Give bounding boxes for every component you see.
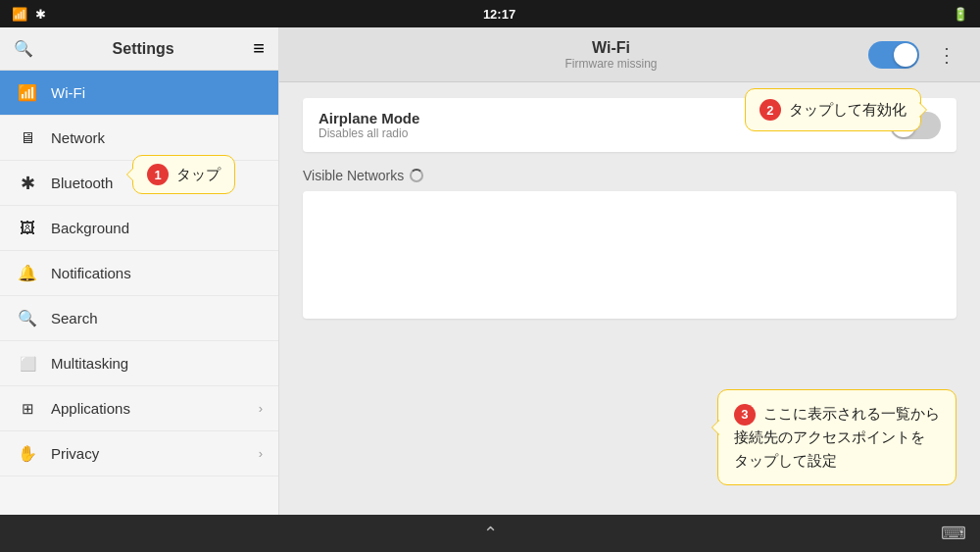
bottom-bar: ⌃ ⌨	[0, 515, 980, 552]
header-controls: ⋮	[868, 39, 964, 71]
loading-spinner	[410, 169, 423, 182]
wifi-toggle-knob	[894, 43, 917, 67]
sidebar-item-background[interactable]: 🖼 Background	[0, 206, 278, 251]
airplane-mode-text: Airplane Mode Disables all radio	[318, 110, 419, 140]
home-button[interactable]: ⌃	[483, 523, 498, 544]
content-body: Airplane Mode Disables all radio Visible…	[279, 82, 980, 515]
sidebar-item-multitasking[interactable]: ⬜ Multitasking	[0, 341, 278, 386]
status-right-icons: 🔋	[953, 7, 968, 22]
sidebar-item-search[interactable]: 🔍 Search	[0, 296, 278, 341]
callout-number-2: 2	[760, 99, 781, 121]
applications-icon: ⊞	[16, 400, 39, 418]
sidebar-multitasking-label: Multitasking	[51, 355, 128, 372]
network-callout: 3 ここに表示される一覧から接続先のアクセスポイントをタップして設定	[717, 389, 956, 485]
notifications-icon: 🔔	[16, 264, 39, 282]
content-header: Wi-Fi Firmware missing ⋮	[279, 27, 980, 82]
sidebar-item-network[interactable]: 🖥 Network	[0, 116, 278, 161]
applications-chevron-icon: ›	[259, 401, 263, 416]
sidebar-applications-label: Applications	[51, 400, 130, 417]
sidebar-header: 🔍 Settings ≡	[0, 27, 278, 71]
airplane-mode-subtitle: Disables all radio	[318, 126, 419, 140]
keyboard-button[interactable]: ⌨	[941, 523, 966, 544]
sidebar-bluetooth-label: Bluetooth	[51, 175, 113, 191]
networks-box	[303, 191, 956, 319]
sidebar-notifications-label: Notifications	[51, 265, 131, 281]
background-icon: 🖼	[16, 220, 39, 237]
tap-callout-text: タップ	[176, 166, 220, 182]
privacy-chevron-icon: ›	[259, 446, 263, 461]
battery-icon: 🔋	[953, 7, 968, 22]
enable-callout: 2 タップして有効化	[745, 88, 921, 131]
network-callout-text: ここに表示される一覧から接続先のアクセスポイントをタップして設定	[734, 405, 940, 469]
privacy-icon: ✋	[16, 444, 39, 463]
menu-icon[interactable]: ≡	[253, 37, 265, 60]
wifi-toggle[interactable]	[868, 41, 919, 69]
sidebar: 🔍 Settings ≡ 📶 Wi-Fi 🖥 Network ✱ Bluetoo…	[0, 27, 279, 515]
network-icon: 🖥	[16, 129, 39, 147]
sidebar-title: Settings	[113, 40, 174, 58]
bluetooth-icon: ✱	[35, 7, 46, 22]
status-bar: 📶 ✱ 12:17 🔋	[0, 0, 980, 27]
callout-number-1: 1	[147, 164, 169, 185]
status-left-icons: 📶 ✱	[12, 7, 46, 22]
visible-networks-label: Visible Networks	[303, 168, 956, 183]
visible-networks-text: Visible Networks	[303, 168, 404, 183]
airplane-mode-title: Airplane Mode	[318, 110, 419, 126]
sidebar-search-label: Search	[51, 310, 98, 326]
wifi-status-icon: 📶	[12, 7, 27, 22]
search-sidebar-icon: 🔍	[16, 309, 39, 327]
wifi-icon: 📶	[16, 83, 39, 102]
header-title-block: Wi-Fi Firmware missing	[354, 39, 868, 71]
sidebar-wifi-label: Wi-Fi	[51, 84, 85, 101]
tap-callout: 1 タップ	[132, 155, 235, 194]
callout-number-3: 3	[734, 404, 756, 426]
wifi-subtitle: Firmware missing	[354, 57, 868, 71]
sidebar-item-notifications[interactable]: 🔔 Notifications	[0, 251, 278, 296]
sidebar-item-privacy[interactable]: ✋ Privacy ›	[0, 431, 278, 477]
content-area: Wi-Fi Firmware missing ⋮ 2 タップして有効化 Airp…	[279, 27, 980, 515]
multitasking-icon: ⬜	[16, 356, 39, 372]
status-time: 12:17	[483, 7, 515, 22]
sidebar-item-applications[interactable]: ⊞ Applications ›	[0, 386, 278, 431]
search-icon[interactable]: 🔍	[14, 39, 33, 58]
wifi-title: Wi-Fi	[354, 39, 868, 57]
main-container: 🔍 Settings ≡ 📶 Wi-Fi 🖥 Network ✱ Bluetoo…	[0, 27, 980, 515]
sidebar-item-wifi[interactable]: 📶 Wi-Fi	[0, 71, 278, 116]
sidebar-network-label: Network	[51, 129, 105, 146]
bluetooth-sidebar-icon: ✱	[16, 173, 39, 194]
sidebar-background-label: Background	[51, 220, 129, 236]
sidebar-privacy-label: Privacy	[51, 445, 99, 462]
header-menu-dots[interactable]: ⋮	[929, 39, 964, 71]
enable-callout-text: タップして有効化	[789, 101, 906, 118]
